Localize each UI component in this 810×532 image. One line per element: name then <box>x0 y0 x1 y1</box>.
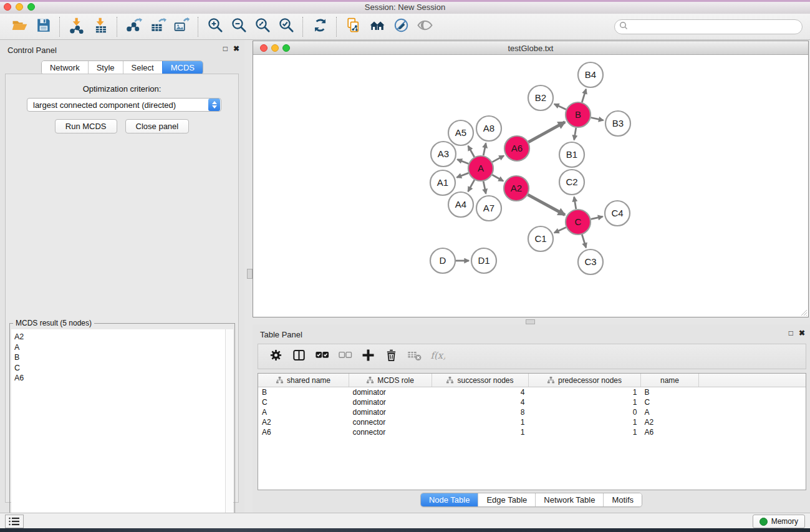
graph-node-A2[interactable]: A2 <box>504 176 529 201</box>
graph-edge-A-A5[interactable] <box>468 146 475 157</box>
graph-node-B2[interactable]: B2 <box>528 85 553 110</box>
table-panel-close-button[interactable]: ✖ <box>799 329 805 337</box>
graph-edge-A-A7[interactable] <box>483 181 486 194</box>
graph-node-A7[interactable]: A7 <box>476 196 501 221</box>
mcds-result-scrollbar[interactable] <box>225 329 233 532</box>
graph-node-C3[interactable]: C3 <box>578 249 603 274</box>
column-header-name[interactable]: name <box>641 374 699 387</box>
control-panel-float-button[interactable]: □ <box>223 44 228 53</box>
graph-edge-A2-C[interactable] <box>528 195 565 215</box>
search-box[interactable] <box>614 19 803 34</box>
close-panel-button[interactable]: Close panel <box>125 119 190 133</box>
graph-node-B1[interactable]: B1 <box>559 142 584 167</box>
graphics-details-button[interactable] <box>413 16 436 38</box>
graph-node-A6[interactable]: A6 <box>504 136 529 161</box>
graph-edge-A-A8[interactable] <box>483 143 486 156</box>
zoom-in-button[interactable] <box>203 16 227 38</box>
graph-node-B[interactable]: B <box>566 102 591 127</box>
graph-node-A4[interactable]: A4 <box>448 192 473 217</box>
vertical-split-handle[interactable] <box>247 269 253 279</box>
graph-node-A3[interactable]: A3 <box>431 142 456 167</box>
graph-edge-B-B1[interactable] <box>574 128 576 140</box>
horizontal-split-handle[interactable] <box>526 319 535 324</box>
graph-edge-B-B4[interactable] <box>582 89 586 102</box>
import-network-button[interactable] <box>65 16 89 38</box>
mcds-result-item[interactable]: C <box>14 363 233 374</box>
graph-node-A5[interactable]: A5 <box>448 120 473 145</box>
table-row[interactable]: A2connector11A2 <box>258 417 806 427</box>
save-session-button[interactable] <box>31 16 55 38</box>
tab-network[interactable]: Network <box>42 61 88 74</box>
export-network-button[interactable] <box>122 16 146 38</box>
open-session-button[interactable] <box>7 16 31 38</box>
graph-edge-A-A4[interactable] <box>468 180 475 191</box>
tab-select[interactable]: Select <box>123 61 162 74</box>
resize-grip-icon[interactable] <box>800 309 808 316</box>
graph-node-B4[interactable]: B4 <box>578 62 603 87</box>
graph-edge-A6-B[interactable] <box>528 122 565 142</box>
column-header-shared-name[interactable]: shared name <box>258 374 349 387</box>
table-settings-button[interactable] <box>264 346 287 367</box>
graph-edge-A-A1[interactable] <box>457 173 469 177</box>
graph-node-C2[interactable]: C2 <box>559 170 584 195</box>
tab-node-table[interactable]: Node Table <box>421 493 478 506</box>
select-all-button[interactable] <box>311 346 334 367</box>
panel-toggle-button[interactable] <box>5 515 24 528</box>
graph-node-A8[interactable]: A8 <box>476 116 501 141</box>
graph-edge-B-B2[interactable] <box>554 104 566 110</box>
export-image-button[interactable] <box>170 16 193 38</box>
graph-node-D[interactable]: D <box>430 248 455 273</box>
tab-network-table[interactable]: Network Table <box>535 493 603 506</box>
column-header-mcds-role[interactable]: MCDS role <box>349 374 432 387</box>
tab-style[interactable]: Style <box>88 61 123 74</box>
control-panel-close-button[interactable]: ✖ <box>233 44 239 53</box>
tab-motifs[interactable]: Motifs <box>603 493 642 506</box>
table-row[interactable]: Cdominator41C <box>258 397 806 407</box>
import-table-button[interactable] <box>89 16 112 38</box>
table-row[interactable]: A6connector11A6 <box>258 427 806 437</box>
new-network-from-selection-button[interactable] <box>342 16 365 38</box>
column-header-predecessor-nodes[interactable]: predecessor nodes <box>529 374 641 387</box>
graph-node-C4[interactable]: C4 <box>605 201 630 226</box>
export-table-button[interactable] <box>146 16 170 38</box>
delete-table-button[interactable] <box>403 346 426 367</box>
refresh-layout-button[interactable] <box>308 16 332 38</box>
graph-node-C[interactable]: C <box>566 210 591 235</box>
graph-edge-C-C4[interactable] <box>591 216 603 219</box>
split-panel-button[interactable] <box>287 346 311 367</box>
search-input[interactable] <box>630 21 802 32</box>
mcds-result-item[interactable]: A <box>14 342 233 353</box>
network-canvas[interactable]: B4 B2 B B3 A8 A5 A6 A3 B1 A A1 C2 A2 <box>253 55 808 317</box>
graph-edge-A-A3[interactable] <box>457 160 468 164</box>
mcds-result-item[interactable]: B <box>14 352 233 363</box>
graph-edge-B-B3[interactable] <box>591 118 604 120</box>
graph-node-A1[interactable]: A1 <box>430 170 455 195</box>
table-row[interactable]: Adominator80A <box>258 407 806 417</box>
optimization-criterion-select[interactable]: largest connected component (directed) <box>27 98 221 112</box>
zoom-fit-button[interactable] <box>251 16 274 38</box>
column-header-successor-nodes[interactable]: successor nodes <box>432 374 529 387</box>
graph-node-A[interactable]: A <box>468 156 493 181</box>
graph-edge-A-A6[interactable] <box>492 156 504 162</box>
graph-node-D1[interactable]: D1 <box>471 248 496 273</box>
toggle-annotations-button[interactable] <box>389 16 413 38</box>
graph-node-C1[interactable]: C1 <box>528 226 553 251</box>
table-row[interactable]: Bdominator41B <box>258 387 806 398</box>
delete-column-button[interactable] <box>380 346 403 367</box>
tab-edge-table[interactable]: Edge Table <box>478 493 535 506</box>
mcds-result-list[interactable]: A2ABCA6 <box>11 329 233 532</box>
graph-edge-C-C3[interactable] <box>582 235 586 248</box>
node-table[interactable]: shared nameMCDS rolesuccessor nodesprede… <box>258 373 806 490</box>
run-mcds-button[interactable]: Run MCDS <box>55 119 117 133</box>
memory-button[interactable]: Memory <box>753 515 805 528</box>
graph-edge-C-C1[interactable] <box>554 228 566 233</box>
network-overview-button[interactable] <box>365 16 389 38</box>
tab-mcds[interactable]: MCDS <box>162 61 203 74</box>
graph-edge-C-C2[interactable] <box>574 197 576 210</box>
function-builder-button[interactable]: f(x) <box>426 346 449 367</box>
graph-node-B3[interactable]: B3 <box>605 111 630 136</box>
add-column-button[interactable] <box>357 346 380 367</box>
table-panel-float-button[interactable]: □ <box>789 329 793 337</box>
graph-edge-A-A2[interactable] <box>492 175 503 181</box>
zoom-selected-button[interactable] <box>274 16 298 38</box>
